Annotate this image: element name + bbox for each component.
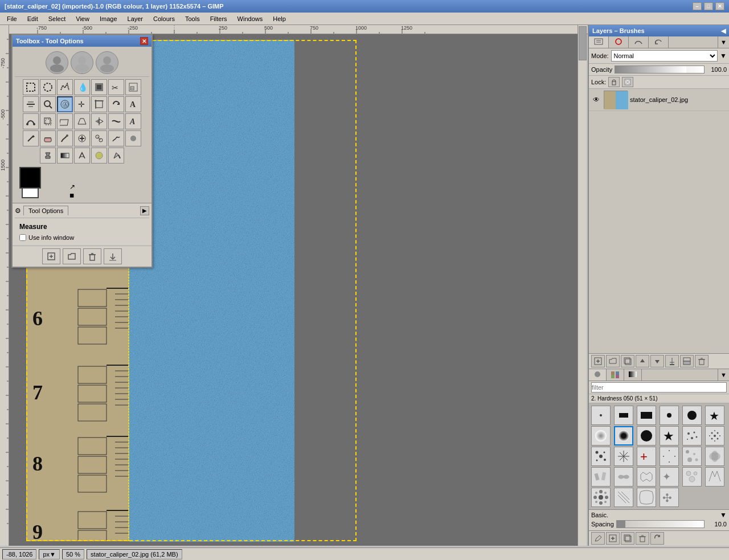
tool-smudge[interactable] xyxy=(108,130,124,146)
lock-pixels-button[interactable] xyxy=(608,77,620,87)
brush-item-grunge4[interactable] xyxy=(614,467,633,487)
brush-item-texture2[interactable] xyxy=(705,467,724,487)
menu-filters[interactable]: Filters xyxy=(206,14,232,23)
menu-help[interactable]: Help xyxy=(268,14,290,23)
tool-magnify[interactable] xyxy=(40,96,56,112)
brush-item-circle1[interactable] xyxy=(682,406,702,425)
brush-item-texture6[interactable]: ✣ xyxy=(660,488,679,507)
duplicate-layer-button[interactable] xyxy=(621,355,634,367)
layers-tab-undo[interactable] xyxy=(649,36,669,48)
duplicate-brush-button[interactable] xyxy=(621,532,634,545)
tool-text2[interactable]: A xyxy=(125,113,141,129)
tool-color-picker[interactable] xyxy=(108,148,124,163)
brush-item-dot2[interactable] xyxy=(660,406,679,425)
tool-foreground-select[interactable]: ⊟ xyxy=(125,79,141,95)
tool-ink[interactable] xyxy=(74,148,90,163)
tool-bucket-fill[interactable] xyxy=(40,148,56,163)
status-unit[interactable]: px ▼ xyxy=(39,549,60,559)
export-button[interactable] xyxy=(104,248,122,264)
brush-item-grunge5[interactable] xyxy=(637,467,656,487)
menu-view[interactable]: View xyxy=(71,14,94,23)
open-layer-button[interactable] xyxy=(606,355,620,367)
right-panel-collapse-button[interactable]: ◀ xyxy=(721,27,726,35)
brush-item-rect2[interactable] xyxy=(637,406,656,425)
toolbox-close-button[interactable]: ✕ xyxy=(140,37,148,45)
tool-rect-select[interactable] xyxy=(23,79,39,95)
brush-item-texture3[interactable] xyxy=(591,488,611,507)
brush-item-star[interactable]: ★ xyxy=(705,406,724,425)
anchor-layer-button[interactable] xyxy=(665,355,679,367)
brush-item-grunge2[interactable] xyxy=(705,447,724,466)
tool-scale[interactable] xyxy=(40,113,56,129)
tool-options-tab[interactable]: Tool Options xyxy=(23,206,68,215)
tool-move[interactable]: ✛ xyxy=(74,96,90,112)
brush-item-splat3[interactable] xyxy=(591,447,611,466)
new-image-button[interactable] xyxy=(42,248,60,264)
brush-item-texture4[interactable] xyxy=(614,488,633,507)
minimize-button[interactable]: – xyxy=(693,2,702,10)
tool-flip[interactable] xyxy=(91,113,107,129)
brush-item-bigstar[interactable]: ★ xyxy=(660,426,679,445)
tool-fuzzy-select[interactable]: 💧 xyxy=(74,79,90,95)
tool-by-color[interactable] xyxy=(91,79,107,95)
brush-item-cross[interactable] xyxy=(614,447,633,466)
layers-tab-paths[interactable] xyxy=(629,36,649,48)
brush-filter-input[interactable] xyxy=(591,382,727,393)
brush-item-plus[interactable]: + xyxy=(637,447,656,466)
menu-image[interactable]: Image xyxy=(95,14,122,23)
basic-expand-button[interactable]: ▼ xyxy=(720,511,727,519)
new-layer-button[interactable] xyxy=(591,355,605,367)
vertical-scrollbar[interactable] xyxy=(578,25,587,546)
brush-item-soft1[interactable] xyxy=(591,426,611,445)
maximize-button[interactable]: □ xyxy=(704,2,713,10)
delete-layer-button[interactable] xyxy=(695,355,708,367)
tool-options-expand-button[interactable]: ▶ xyxy=(140,206,149,215)
lock-alpha-button[interactable] xyxy=(622,77,633,87)
tool-perspective[interactable] xyxy=(74,113,90,129)
delete-button[interactable] xyxy=(83,248,101,264)
menu-layer[interactable]: Layer xyxy=(123,14,148,23)
tool-crop[interactable] xyxy=(91,96,107,112)
open-image-button[interactable] xyxy=(63,248,81,264)
brush-item-dots-scattered[interactable] xyxy=(660,447,679,466)
tool-clone[interactable] xyxy=(91,130,107,146)
menu-select[interactable]: Select xyxy=(44,14,71,23)
layer-list[interactable]: 👁 stator_caliper_02.jpg xyxy=(589,89,729,353)
refresh-button[interactable] xyxy=(650,532,664,545)
panel-options-button[interactable]: ▼ xyxy=(718,36,729,48)
brush-item-hardness050[interactable] xyxy=(614,426,633,445)
menu-colours[interactable]: Colours xyxy=(149,14,179,23)
brush-item-texture1[interactable] xyxy=(682,467,702,487)
tool-shear[interactable] xyxy=(57,113,73,129)
opacity-slider[interactable] xyxy=(615,66,705,73)
brushes-expand-button[interactable]: ▼ xyxy=(718,369,729,381)
tool-scissors[interactable]: ✂ xyxy=(108,79,124,95)
layer-visibility-icon[interactable]: 👁 xyxy=(591,95,601,105)
menu-windows[interactable]: Windows xyxy=(233,14,268,23)
brush-item-texture5[interactable] xyxy=(637,488,656,507)
edit-brush-button[interactable] xyxy=(591,532,605,545)
tool-heal[interactable] xyxy=(74,130,90,146)
tool-pencil[interactable] xyxy=(23,130,39,146)
tool-rotate[interactable] xyxy=(108,96,124,112)
tool-warp[interactable] xyxy=(108,113,124,129)
lock-expand-button[interactable]: ▼ xyxy=(720,52,727,60)
brush-item-splat2[interactable] xyxy=(705,426,724,445)
swap-colors-button[interactable]: ↗ xyxy=(69,183,75,191)
new-brush-button[interactable] xyxy=(606,532,620,545)
delete-brush-button[interactable] xyxy=(636,532,649,545)
tool-free-select[interactable] xyxy=(57,79,73,95)
brush-item-hardcircle[interactable] xyxy=(637,426,656,445)
foreground-color-swatch[interactable] xyxy=(19,167,41,189)
brush-item-dot1[interactable] xyxy=(591,406,611,425)
close-button[interactable]: ✕ xyxy=(715,2,724,10)
tool-path[interactable] xyxy=(23,113,39,129)
brush-item-grunge3[interactable] xyxy=(591,467,611,487)
tool-clone2[interactable] xyxy=(91,148,107,163)
tool-dodge[interactable] xyxy=(125,130,141,146)
tool-blend[interactable] xyxy=(57,148,73,163)
brush-item-grunge1[interactable] xyxy=(682,447,702,466)
layer-item[interactable]: 👁 stator_caliper_02.jpg xyxy=(589,89,729,111)
merge-down-button[interactable] xyxy=(680,355,694,367)
layers-tab-layers[interactable] xyxy=(589,36,609,48)
